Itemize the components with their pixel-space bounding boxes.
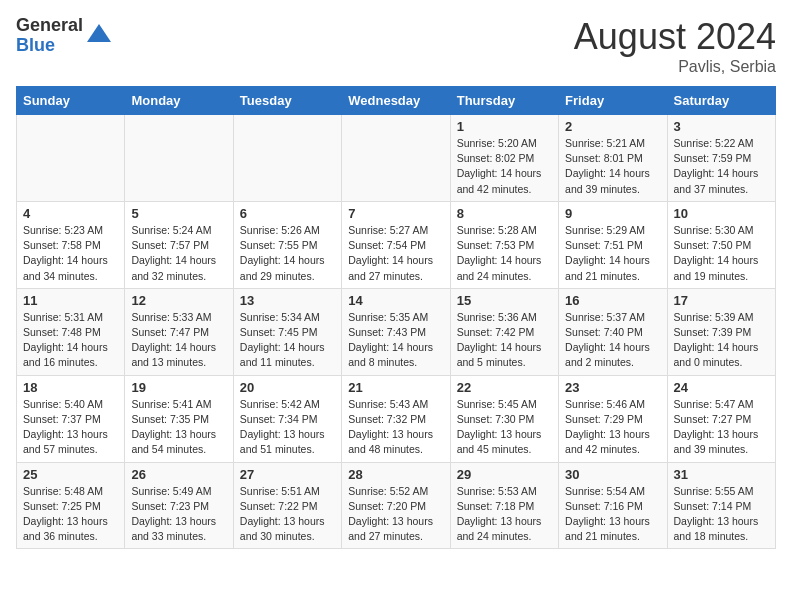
calendar-cell: 14Sunrise: 5:35 AM Sunset: 7:43 PM Dayli…	[342, 288, 450, 375]
day-info: Sunrise: 5:55 AM Sunset: 7:14 PM Dayligh…	[674, 484, 769, 545]
month-title: August 2024 Pavlis, Serbia	[574, 16, 776, 76]
day-number: 30	[565, 467, 660, 482]
day-info: Sunrise: 5:48 AM Sunset: 7:25 PM Dayligh…	[23, 484, 118, 545]
calendar-cell: 8Sunrise: 5:28 AM Sunset: 7:53 PM Daylig…	[450, 201, 558, 288]
day-number: 11	[23, 293, 118, 308]
day-number: 13	[240, 293, 335, 308]
calendar-cell: 28Sunrise: 5:52 AM Sunset: 7:20 PM Dayli…	[342, 462, 450, 549]
calendar-cell: 26Sunrise: 5:49 AM Sunset: 7:23 PM Dayli…	[125, 462, 233, 549]
day-number: 15	[457, 293, 552, 308]
day-info: Sunrise: 5:54 AM Sunset: 7:16 PM Dayligh…	[565, 484, 660, 545]
calendar-week-row: 18Sunrise: 5:40 AM Sunset: 7:37 PM Dayli…	[17, 375, 776, 462]
day-info: Sunrise: 5:52 AM Sunset: 7:20 PM Dayligh…	[348, 484, 443, 545]
day-number: 26	[131, 467, 226, 482]
calendar-cell: 29Sunrise: 5:53 AM Sunset: 7:18 PM Dayli…	[450, 462, 558, 549]
day-info: Sunrise: 5:34 AM Sunset: 7:45 PM Dayligh…	[240, 310, 335, 371]
day-of-week-header: Monday	[125, 87, 233, 115]
day-info: Sunrise: 5:36 AM Sunset: 7:42 PM Dayligh…	[457, 310, 552, 371]
day-info: Sunrise: 5:28 AM Sunset: 7:53 PM Dayligh…	[457, 223, 552, 284]
days-of-week-row: SundayMondayTuesdayWednesdayThursdayFrid…	[17, 87, 776, 115]
calendar-week-row: 11Sunrise: 5:31 AM Sunset: 7:48 PM Dayli…	[17, 288, 776, 375]
logo-icon	[85, 22, 113, 50]
day-number: 23	[565, 380, 660, 395]
calendar-week-row: 4Sunrise: 5:23 AM Sunset: 7:58 PM Daylig…	[17, 201, 776, 288]
day-info: Sunrise: 5:31 AM Sunset: 7:48 PM Dayligh…	[23, 310, 118, 371]
calendar-cell: 27Sunrise: 5:51 AM Sunset: 7:22 PM Dayli…	[233, 462, 341, 549]
calendar-cell: 9Sunrise: 5:29 AM Sunset: 7:51 PM Daylig…	[559, 201, 667, 288]
day-of-week-header: Wednesday	[342, 87, 450, 115]
logo-blue-text: Blue	[16, 36, 83, 56]
calendar-week-row: 25Sunrise: 5:48 AM Sunset: 7:25 PM Dayli…	[17, 462, 776, 549]
calendar-cell: 18Sunrise: 5:40 AM Sunset: 7:37 PM Dayli…	[17, 375, 125, 462]
day-info: Sunrise: 5:33 AM Sunset: 7:47 PM Dayligh…	[131, 310, 226, 371]
day-number: 12	[131, 293, 226, 308]
calendar-cell: 24Sunrise: 5:47 AM Sunset: 7:27 PM Dayli…	[667, 375, 775, 462]
day-of-week-header: Friday	[559, 87, 667, 115]
day-of-week-header: Saturday	[667, 87, 775, 115]
logo: General Blue	[16, 16, 113, 56]
day-number: 2	[565, 119, 660, 134]
logo-general-text: General	[16, 16, 83, 36]
day-info: Sunrise: 5:45 AM Sunset: 7:30 PM Dayligh…	[457, 397, 552, 458]
calendar-cell: 10Sunrise: 5:30 AM Sunset: 7:50 PM Dayli…	[667, 201, 775, 288]
day-info: Sunrise: 5:20 AM Sunset: 8:02 PM Dayligh…	[457, 136, 552, 197]
day-number: 9	[565, 206, 660, 221]
calendar-week-row: 1Sunrise: 5:20 AM Sunset: 8:02 PM Daylig…	[17, 115, 776, 202]
day-info: Sunrise: 5:23 AM Sunset: 7:58 PM Dayligh…	[23, 223, 118, 284]
calendar-cell	[125, 115, 233, 202]
day-number: 10	[674, 206, 769, 221]
calendar-cell: 5Sunrise: 5:24 AM Sunset: 7:57 PM Daylig…	[125, 201, 233, 288]
day-info: Sunrise: 5:41 AM Sunset: 7:35 PM Dayligh…	[131, 397, 226, 458]
day-number: 5	[131, 206, 226, 221]
page-header: General Blue August 2024 Pavlis, Serbia	[16, 16, 776, 76]
day-info: Sunrise: 5:47 AM Sunset: 7:27 PM Dayligh…	[674, 397, 769, 458]
calendar-cell: 15Sunrise: 5:36 AM Sunset: 7:42 PM Dayli…	[450, 288, 558, 375]
calendar-cell: 17Sunrise: 5:39 AM Sunset: 7:39 PM Dayli…	[667, 288, 775, 375]
calendar-cell: 16Sunrise: 5:37 AM Sunset: 7:40 PM Dayli…	[559, 288, 667, 375]
day-of-week-header: Sunday	[17, 87, 125, 115]
calendar-cell: 30Sunrise: 5:54 AM Sunset: 7:16 PM Dayli…	[559, 462, 667, 549]
calendar-cell: 11Sunrise: 5:31 AM Sunset: 7:48 PM Dayli…	[17, 288, 125, 375]
calendar-cell: 25Sunrise: 5:48 AM Sunset: 7:25 PM Dayli…	[17, 462, 125, 549]
calendar-cell	[233, 115, 341, 202]
day-number: 18	[23, 380, 118, 395]
location: Pavlis, Serbia	[574, 58, 776, 76]
calendar-cell: 12Sunrise: 5:33 AM Sunset: 7:47 PM Dayli…	[125, 288, 233, 375]
day-number: 1	[457, 119, 552, 134]
day-number: 27	[240, 467, 335, 482]
day-info: Sunrise: 5:29 AM Sunset: 7:51 PM Dayligh…	[565, 223, 660, 284]
calendar-cell: 23Sunrise: 5:46 AM Sunset: 7:29 PM Dayli…	[559, 375, 667, 462]
day-info: Sunrise: 5:27 AM Sunset: 7:54 PM Dayligh…	[348, 223, 443, 284]
day-number: 24	[674, 380, 769, 395]
day-number: 31	[674, 467, 769, 482]
calendar-cell: 22Sunrise: 5:45 AM Sunset: 7:30 PM Dayli…	[450, 375, 558, 462]
day-number: 29	[457, 467, 552, 482]
day-number: 16	[565, 293, 660, 308]
day-info: Sunrise: 5:30 AM Sunset: 7:50 PM Dayligh…	[674, 223, 769, 284]
calendar-cell: 19Sunrise: 5:41 AM Sunset: 7:35 PM Dayli…	[125, 375, 233, 462]
day-number: 22	[457, 380, 552, 395]
calendar-cell: 2Sunrise: 5:21 AM Sunset: 8:01 PM Daylig…	[559, 115, 667, 202]
day-info: Sunrise: 5:40 AM Sunset: 7:37 PM Dayligh…	[23, 397, 118, 458]
day-info: Sunrise: 5:21 AM Sunset: 8:01 PM Dayligh…	[565, 136, 660, 197]
day-number: 14	[348, 293, 443, 308]
day-number: 17	[674, 293, 769, 308]
calendar-cell	[342, 115, 450, 202]
day-info: Sunrise: 5:51 AM Sunset: 7:22 PM Dayligh…	[240, 484, 335, 545]
day-info: Sunrise: 5:26 AM Sunset: 7:55 PM Dayligh…	[240, 223, 335, 284]
calendar-table: SundayMondayTuesdayWednesdayThursdayFrid…	[16, 86, 776, 549]
calendar-cell: 4Sunrise: 5:23 AM Sunset: 7:58 PM Daylig…	[17, 201, 125, 288]
calendar-cell: 3Sunrise: 5:22 AM Sunset: 7:59 PM Daylig…	[667, 115, 775, 202]
day-number: 4	[23, 206, 118, 221]
day-number: 25	[23, 467, 118, 482]
day-number: 6	[240, 206, 335, 221]
day-number: 28	[348, 467, 443, 482]
calendar-header: SundayMondayTuesdayWednesdayThursdayFrid…	[17, 87, 776, 115]
day-of-week-header: Tuesday	[233, 87, 341, 115]
day-info: Sunrise: 5:22 AM Sunset: 7:59 PM Dayligh…	[674, 136, 769, 197]
day-info: Sunrise: 5:46 AM Sunset: 7:29 PM Dayligh…	[565, 397, 660, 458]
day-number: 3	[674, 119, 769, 134]
day-info: Sunrise: 5:49 AM Sunset: 7:23 PM Dayligh…	[131, 484, 226, 545]
month-year: August 2024	[574, 16, 776, 58]
calendar-cell: 6Sunrise: 5:26 AM Sunset: 7:55 PM Daylig…	[233, 201, 341, 288]
